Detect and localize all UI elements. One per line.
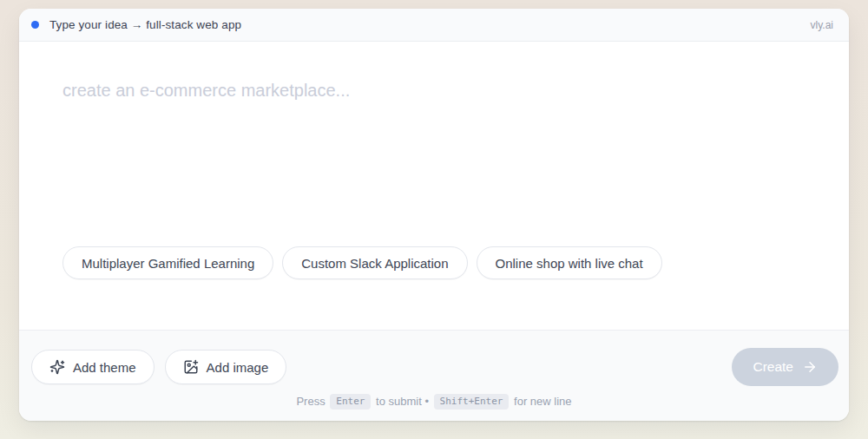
add-image-button[interactable]: Add image — [165, 350, 287, 384]
shift-enter-key-badge: Shift+Enter — [434, 394, 510, 410]
suggestion-pill-multiplayer[interactable]: Multiplayer Gamified Learning — [62, 246, 273, 279]
suggestion-pill-slack[interactable]: Custom Slack Application — [282, 246, 467, 279]
prompt-card: Type your idea → full-stack web app vly.… — [19, 9, 849, 421]
header-title: Type your idea → full-stack web app — [49, 18, 241, 31]
suggestion-pills: Multiplayer Gamified Learning Custom Sla… — [19, 246, 849, 330]
hint-for-new-line: for new line — [514, 395, 571, 408]
add-theme-button[interactable]: Add theme — [31, 350, 155, 384]
hint-press: Press — [296, 395, 325, 408]
image-plus-icon — [183, 359, 199, 375]
brand-label: vly.ai — [811, 19, 833, 31]
add-theme-label: Add theme — [73, 360, 136, 375]
suggestion-pill-label: Multiplayer Gamified Learning — [82, 256, 254, 271]
status-dot — [31, 21, 39, 29]
bottom-section: Add theme Add image Create — [19, 330, 849, 421]
submit-hint: Press Enter to submit • Shift+Enter for … — [19, 394, 849, 410]
sparkles-icon — [49, 359, 65, 375]
create-label: Create — [753, 359, 793, 375]
create-button[interactable]: Create — [732, 348, 838, 386]
suggestion-pill-label: Custom Slack Application — [301, 256, 448, 271]
suggestion-pill-label: Online shop with live chat — [496, 256, 643, 271]
enter-key-badge: Enter — [330, 394, 371, 410]
idea-input[interactable] — [19, 42, 849, 246]
suggestion-pill-online-shop[interactable]: Online shop with live chat — [477, 246, 662, 279]
add-image-label: Add image — [207, 360, 269, 375]
card-header: Type your idea → full-stack web app vly.… — [19, 9, 849, 42]
card-body: Multiplayer Gamified Learning Custom Sla… — [19, 42, 849, 330]
arrow-right-icon — [802, 359, 818, 375]
hint-to-submit: to submit • — [376, 395, 429, 408]
toolbar: Add theme Add image Create — [19, 331, 849, 386]
